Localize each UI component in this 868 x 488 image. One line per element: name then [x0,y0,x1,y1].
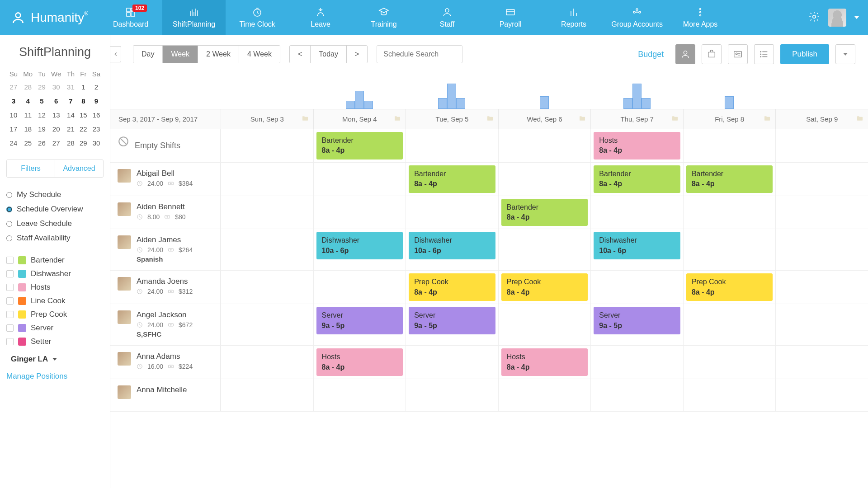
today-button[interactable]: Today [311,46,347,63]
shift-block[interactable]: Hosts8a - 4p [501,348,588,376]
day-header[interactable]: Fri, Sep 8 [683,109,776,129]
grid-cell[interactable] [406,129,498,162]
grid-cell[interactable] [498,379,591,411]
calendar-day[interactable]: 2 [90,80,103,94]
budget-link[interactable]: Budget [638,50,664,59]
calendar-day[interactable]: 29 [36,80,48,94]
nav-staff[interactable]: Staff [415,0,479,35]
nav-reports[interactable]: Reports [542,0,605,35]
radio-overview[interactable]: Schedule Overview [6,202,104,216]
calendar-day[interactable]: 4 [21,94,35,108]
user-avatar[interactable] [828,9,846,27]
range-day[interactable]: Day [133,46,163,63]
grid-cell[interactable] [683,196,776,229]
grid-cell[interactable] [221,379,313,411]
next-button[interactable]: > [347,46,367,63]
employee-name[interactable]: Abigail Bell [137,169,193,178]
shift-block[interactable]: Server9a - 5p [316,307,403,334]
collapse-sidebar-button[interactable] [110,46,121,62]
checkbox-icon[interactable] [6,338,14,345]
grid-cell[interactable] [406,196,498,229]
chevron-down-icon[interactable] [854,16,859,19]
employee-avatar[interactable] [118,202,131,216]
grid-cell[interactable] [498,304,591,345]
position-filter[interactable]: Bartender [6,253,104,267]
day-header[interactable]: Sat, Sep 9 [775,109,868,129]
nav-training[interactable]: Training [352,0,415,35]
checkbox-icon[interactable] [6,257,14,264]
calendar-day[interactable]: 27 [48,136,64,150]
position-filter[interactable]: Dishwasher [6,267,104,281]
range-week[interactable]: Week [163,46,198,63]
grid-cell[interactable] [775,196,868,229]
grid-cell[interactable] [406,346,498,379]
calendar-day[interactable]: 23 [90,122,103,136]
grid-cell[interactable]: Hosts8a - 4p [590,129,683,162]
employee-name[interactable]: Angel Jackson [137,310,193,319]
grid-cell[interactable] [498,229,591,270]
calendar-day[interactable]: 11 [21,108,35,122]
tab-filters[interactable]: Filters [7,160,55,177]
position-filter[interactable]: Prep Cook [6,308,104,321]
checkbox-icon[interactable] [6,297,14,305]
settings-icon[interactable] [808,11,820,24]
employee-name[interactable]: Aiden James [137,235,193,244]
range-4-week[interactable]: 4 Week [239,46,280,63]
day-header[interactable]: Thu, Sep 7 [590,109,683,129]
employee-view-button[interactable] [675,44,695,64]
grid-cell[interactable]: Dishwasher10a - 6p [590,229,683,270]
employee-avatar[interactable] [118,310,131,324]
grid-cell[interactable]: Dishwasher10a - 6p [313,229,406,270]
grid-cell[interactable] [590,346,683,379]
mini-calendar[interactable]: SuMoTuWeThFrSa27282930311234567891011121… [6,67,104,150]
manage-positions-link[interactable]: Manage Positions [6,367,104,381]
grid-cell[interactable] [313,379,406,411]
employee-avatar[interactable] [118,352,131,366]
shift-block[interactable]: Server9a - 5p [409,307,495,334]
calendar-day[interactable]: 6 [48,94,64,108]
calendar-day[interactable]: 9 [90,94,103,108]
shift-block[interactable]: Bartender8a - 4p [316,132,403,160]
radio-leave[interactable]: Leave Schedule [6,216,104,231]
radio-avail[interactable]: Staff Availability [6,231,104,245]
day-header[interactable]: Mon, Sep 4 [313,109,406,129]
publish-button[interactable]: Publish [780,44,829,64]
employee-avatar[interactable] [118,277,131,291]
grid-cell[interactable] [590,379,683,411]
calendar-day[interactable]: 8 [78,94,89,108]
grid-cell[interactable]: Server9a - 5p [590,304,683,345]
grid-cell[interactable] [221,229,313,270]
grid-cell[interactable]: Bartender8a - 4p [313,129,406,162]
shift-block[interactable]: Dishwasher10a - 6p [316,232,403,259]
shift-block[interactable]: Prep Cook8a - 4p [686,273,773,301]
grid-cell[interactable] [313,163,406,196]
position-filter[interactable]: Hosts [6,281,104,294]
shift-block[interactable]: Bartender8a - 4p [409,165,495,193]
day-header[interactable]: Tue, Sep 5 [406,109,498,129]
visual-view-button[interactable] [728,44,748,64]
calendar-day[interactable]: 28 [65,136,77,150]
shift-block[interactable]: Bartender8a - 4p [501,199,588,226]
grid-cell[interactable] [683,304,776,345]
employee-name[interactable]: Aiden Bennett [137,202,186,211]
employee-name[interactable]: Amanda Joens [137,277,193,286]
grid-cell[interactable] [498,129,591,162]
grid-cell[interactable] [221,271,313,304]
grid-cell[interactable]: Prep Cook8a - 4p [683,271,776,304]
grid-cell[interactable] [221,346,313,379]
employee-name[interactable]: Anna Adams [137,352,193,361]
calendar-day[interactable]: 12 [36,108,48,122]
grid-cell[interactable] [683,379,776,411]
list-view-button[interactable] [754,44,774,64]
prev-button[interactable]: < [290,46,311,63]
calendar-day[interactable]: 22 [78,122,89,136]
calendar-day[interactable]: 27 [7,80,20,94]
calendar-day[interactable]: 17 [7,122,20,136]
brand[interactable]: Humanity® [0,10,99,25]
grid-cell[interactable] [590,196,683,229]
grid-cell[interactable]: Server9a - 5p [313,304,406,345]
nav-groupaccounts[interactable]: Group Accounts [605,0,669,35]
grid-cell[interactable]: Dishwasher10a - 6p [406,229,498,270]
position-filter[interactable]: Setter [6,335,104,348]
grid-cell[interactable] [498,163,591,196]
